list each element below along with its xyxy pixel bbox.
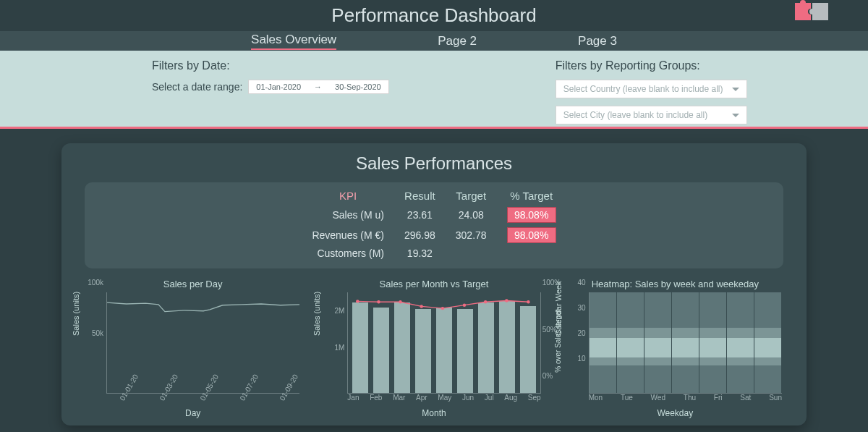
chart-title: Sales per Day — [79, 279, 307, 289]
svg-point-5 — [463, 303, 466, 306]
kpi-col-target: Target — [446, 187, 497, 205]
heatmap-plot[interactable] — [589, 292, 782, 394]
kpi-col-kpi: KPI — [302, 187, 394, 205]
date-to: 30-Sep-2020 — [335, 82, 381, 91]
y-axis-label: Sales (units) — [72, 291, 80, 335]
puzzle-icon — [812, 3, 828, 20]
table-row: Revenues (M €) 296.98 302.78 98.08% — [302, 225, 566, 245]
chart-sales-vs-target: Sales per Month vs Target Sales (units) … — [320, 279, 548, 418]
x-ticks: MonTueWedThuFriSatSun — [589, 394, 782, 402]
svg-point-2 — [399, 300, 402, 303]
filters-group-title: Filters by Reporting Groups: — [556, 59, 747, 72]
svg-point-1 — [378, 300, 380, 303]
page-tabs: Sales Overview Page 2 Page 3 — [0, 30, 868, 51]
chart-title: Heatmap: Sales by week and weekeday — [561, 279, 789, 289]
svg-point-0 — [356, 300, 359, 302]
page-title: Performance Dashboard — [331, 4, 536, 27]
chart-title: Sales per Month vs Target — [320, 279, 548, 289]
pct-badge: 98.08% — [507, 227, 556, 243]
kpi-card: KPI Result Target % Target Sales (M u) 2… — [85, 182, 783, 268]
table-row: Sales (M u) 23.61 24.08 98.08% — [302, 205, 566, 225]
city-placeholder: Select City (leave blank to include all) — [563, 110, 707, 120]
chart-sales-per-day: Sales per Day Sales (units) 100k 50k 01-… — [79, 279, 307, 418]
kpi-col-result: Result — [394, 187, 446, 205]
y-axis-label: Sales (units) — [312, 291, 321, 335]
svg-point-8 — [527, 300, 530, 303]
kpi-table: KPI Result Target % Target Sales (M u) 2… — [302, 187, 566, 261]
tab-page-3[interactable]: Page 3 — [578, 34, 617, 48]
table-header-row: KPI Result Target % Target — [302, 187, 566, 205]
city-select[interactable]: Select City (leave blank to include all) — [556, 106, 747, 124]
svg-point-7 — [505, 299, 508, 302]
chart-heatmap: Heatmap: Sales by week and weekeday Cale… — [561, 279, 789, 418]
table-row: Customers (M) 19.32 — [302, 245, 566, 261]
svg-point-6 — [484, 300, 487, 303]
country-select[interactable]: Select Country (leave blank to include a… — [556, 80, 747, 98]
kpi-col-pct: % Target — [497, 187, 566, 205]
tab-page-2[interactable]: Page 2 — [438, 34, 477, 48]
x-ticks: 01-01-20 01-03-20 01-05-20 01-07-20 01-0… — [106, 394, 299, 410]
y-axis-label: Calendar Week — [554, 281, 563, 336]
app-logo — [795, 3, 828, 20]
panel-title: Sales Performances — [79, 153, 789, 174]
x-axis-label: Month — [320, 408, 548, 418]
x-axis-label: Weekday — [561, 408, 789, 418]
pct-badge: 98.08% — [507, 207, 556, 223]
country-placeholder: Select Country (leave blank to include a… — [563, 84, 723, 94]
svg-point-4 — [441, 307, 444, 310]
x-ticks: JanFebMarAprMayJunJulAugSep — [347, 394, 540, 402]
chevron-down-icon — [732, 114, 739, 117]
bar-plot[interactable] — [347, 292, 540, 394]
date-from: 01-Jan-2020 — [256, 82, 301, 91]
date-range-label: Select a date range: — [152, 81, 242, 93]
tab-sales-overview[interactable]: Sales Overview — [251, 33, 336, 50]
date-range-picker[interactable]: 01-Jan-2020 → 30-Sep-2020 — [248, 80, 388, 94]
arrow-right-icon: → — [314, 82, 322, 91]
svg-point-3 — [420, 305, 423, 308]
chevron-down-icon — [732, 88, 739, 91]
sales-panel: Sales Performances KPI Result Target % T… — [61, 143, 807, 425]
filters-date-title: Filters by Date: — [152, 59, 389, 72]
puzzle-icon — [795, 3, 811, 20]
